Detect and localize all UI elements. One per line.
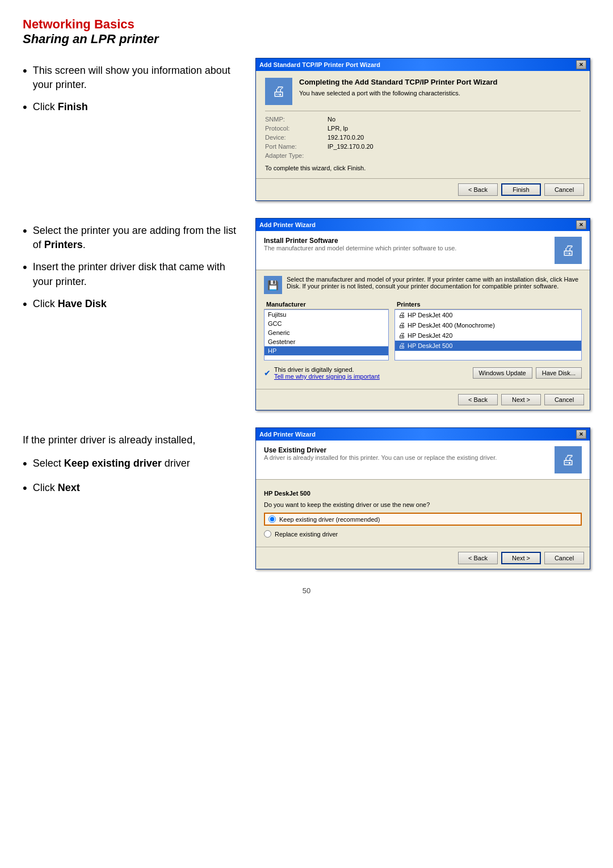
printer-name-display: HP DeskJet 500 (264, 490, 582, 497)
driver-signed-row: ✔ This driver is digitally signed. Tell … (264, 366, 582, 380)
keep-existing-radio[interactable] (268, 515, 276, 523)
printers-list[interactable]: 🖨 HP DeskJet 400 🖨 HP DeskJet 400 (Monoc… (394, 309, 582, 360)
cancel-button[interactable]: Cancel (544, 183, 584, 196)
section-finish-left: This screen will show you information ab… (23, 58, 238, 201)
wizard-instruction-text: Select the manufacturer and model of you… (287, 276, 582, 290)
section-install-software: Select the printer you are adding from t… (23, 218, 590, 410)
next-button[interactable]: Next > (501, 552, 541, 564)
add-printer-dialog-buttons: < Back Next > Cancel (256, 389, 590, 410)
protocol-label: Protocol: (265, 125, 316, 132)
use-existing-content: HP DeskJet 500 Do you want to keep the e… (256, 480, 590, 547)
tcpip-wizard-dialog: Add Standard TCP/IP Printer Port Wizard … (255, 58, 590, 201)
section-existing-left: If the printer driver is already install… (23, 427, 238, 569)
keep-existing-option[interactable]: Keep existing driver (recommended) (264, 513, 582, 526)
back-button[interactable]: < Back (458, 552, 498, 564)
printer-icon: 🖨 (398, 342, 405, 350)
close-icon[interactable]: ✕ (576, 220, 586, 229)
have-disk-button[interactable]: Have Disk... (536, 367, 582, 379)
adaptertype-label: Adapter Type: (265, 152, 316, 159)
device-value: 192.170.0.20 (328, 134, 364, 141)
use-existing-header-sub: A driver is already installed for this p… (264, 454, 497, 461)
replace-existing-option[interactable]: Replace existing driver (264, 530, 582, 538)
replace-existing-radio[interactable] (264, 530, 271, 538)
manufacturer-gcc[interactable]: GCC (264, 319, 388, 328)
page-header: Networking Basics Sharing an LPR printer (23, 17, 590, 47)
next-button[interactable]: Next > (501, 394, 541, 405)
section-install-left: Select the printer you are adding from t… (23, 218, 238, 410)
dialog-heading: Completing the Add Standard TCP/IP Print… (299, 78, 497, 87)
info-portname: Port Name: IP_192.170.0.20 (265, 143, 581, 150)
bullet-insert-disk: Insert the printer driver disk that came… (23, 260, 238, 288)
replace-existing-label: Replace existing driver (275, 531, 338, 538)
manufacturer-list[interactable]: Fujitsu GCC Generic Gestetner HP (264, 309, 389, 360)
add-printer-wizard-titlebar: Add Printer Wizard ✕ (256, 219, 590, 231)
info-protocol: Protocol: LPR, lp (265, 125, 581, 132)
section-finish-right: Add Standard TCP/IP Printer Port Wizard … (255, 58, 590, 201)
page-title-sub: Sharing an LPR printer (23, 32, 590, 47)
bullet-keep-existing: Select Keep existing driver driver (23, 456, 238, 473)
manufacturer-generic[interactable]: Generic (264, 328, 388, 337)
add-printer-title-buttons[interactable]: ✕ (576, 220, 586, 229)
manufacturer-fujitsu[interactable]: Fujitsu (264, 310, 388, 319)
wizard-header: Install Printer Software The manufacture… (256, 231, 590, 270)
close-icon[interactable]: ✕ (576, 430, 586, 439)
add-printer-wizard-title: Add Printer Wizard (259, 221, 316, 228)
back-button[interactable]: < Back (458, 183, 498, 196)
driver-signed-right: Windows Update Have Disk... (473, 367, 582, 379)
tcpip-dialog-content: 🖨 Completing the Add Standard TCP/IP Pri… (256, 71, 590, 178)
page-number: 50 (23, 586, 590, 595)
tcpip-wizard-title: Add Standard TCP/IP Printer Port Wizard (259, 61, 380, 68)
manufacturer-hp[interactable]: HP (264, 346, 388, 355)
tcpip-dialog-buttons: < Back Finish Cancel (256, 178, 590, 200)
printers-list-container: Printers 🖨 HP DeskJet 400 🖨 HP DeskJet 4… (394, 300, 582, 360)
windows-update-button[interactable]: Windows Update (473, 367, 532, 379)
use-existing-header: Use Existing Driver A driver is already … (256, 441, 590, 480)
driver-signing-link[interactable]: Tell me why driver signing is important (274, 373, 380, 380)
if-driver-text: If the printer driver is already install… (23, 433, 238, 447)
add-printer-wizard-dialog: Add Printer Wizard ✕ Install Printer Sof… (255, 218, 590, 410)
close-icon[interactable]: ✕ (576, 60, 586, 69)
manufacturer-list-container: Manufacturer Fujitsu GCC Generic Gestetn… (264, 300, 389, 360)
printers-list-header: Printers (394, 300, 582, 309)
use-existing-title-buttons[interactable]: ✕ (576, 430, 586, 439)
printer-deskjet400mono[interactable]: 🖨 HP DeskJet 400 (Monochrome) (395, 320, 581, 330)
snmp-value: No (328, 116, 335, 123)
bullet-click-finish: Click Finish (23, 100, 238, 116)
cancel-button[interactable]: Cancel (544, 394, 584, 405)
printer-deskjet500[interactable]: 🖨 HP DeskJet 500 (395, 341, 581, 351)
portname-value: IP_192.170.0.20 (328, 143, 373, 150)
keep-existing-label: Keep existing driver (recommended) (279, 516, 380, 523)
finish-button[interactable]: Finish (501, 183, 541, 196)
printer-icon: 🖨 (398, 311, 405, 319)
bullet-screen-info: This screen will show you information ab… (23, 64, 238, 92)
wizard-instruction: 💾 Select the manufacturer and model of y… (264, 276, 582, 294)
section-existing-right: Add Printer Wizard ✕ Use Existing Driver… (255, 427, 590, 569)
bullet-have-disk: Click Have Disk (23, 297, 238, 313)
use-existing-titlebar: Add Printer Wizard ✕ (256, 428, 590, 441)
dialog-titlebar-buttons[interactable]: ✕ (576, 60, 586, 69)
cancel-button[interactable]: Cancel (544, 552, 584, 564)
tcpip-wizard-titlebar: Add Standard TCP/IP Printer Port Wizard … (256, 58, 590, 71)
device-label: Device: (265, 134, 316, 141)
wizard-header-title: Install Printer Software (264, 237, 456, 245)
printer-deskjet420[interactable]: 🖨 HP DeskJet 420 (395, 330, 581, 341)
info-device: Device: 192.170.0.20 (265, 134, 581, 141)
checkmark-icon: ✔ (264, 368, 271, 378)
manufacturer-gestetner[interactable]: Gestetner (264, 337, 388, 346)
info-snmp: SNMP: No (265, 116, 581, 123)
use-existing-header-title: Use Existing Driver (264, 446, 497, 454)
info-adaptertype: Adapter Type: (265, 152, 581, 159)
back-button[interactable]: < Back (458, 394, 498, 405)
section-install-right: Add Printer Wizard ✕ Install Printer Sof… (255, 218, 590, 410)
driver-signed-left: ✔ This driver is digitally signed. Tell … (264, 366, 380, 380)
dialog-subheading: You have selected a port with the follow… (299, 90, 497, 97)
wizard-printer-icon: 🖨 (265, 78, 292, 105)
portname-label: Port Name: (265, 143, 316, 150)
driver-signed-text: This driver is digitally signed. (274, 366, 380, 373)
instruction-icon: 💾 (264, 276, 282, 294)
use-existing-dialog: Add Printer Wizard ✕ Use Existing Driver… (255, 427, 590, 569)
printer-deskjet400[interactable]: 🖨 HP DeskJet 400 (395, 310, 581, 320)
dialog-header-row: 🖨 Completing the Add Standard TCP/IP Pri… (265, 78, 581, 105)
bullet-select-printer: Select the printer you are adding from t… (23, 224, 238, 252)
page-title-networking: Networking Basics (23, 17, 590, 32)
